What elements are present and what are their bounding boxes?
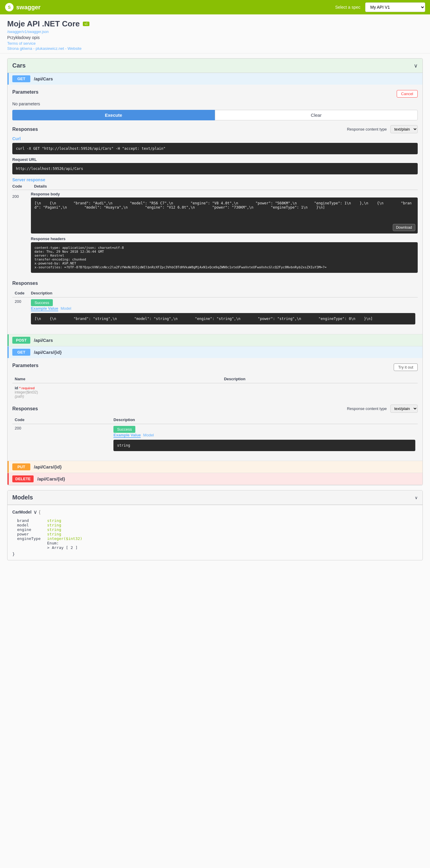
method-badge-get-id: GET — [12, 349, 30, 356]
param-desc-cell — [221, 383, 418, 401]
response-code-cell-id: 200 — [12, 424, 111, 456]
clear-button[interactable]: Clear — [215, 110, 418, 120]
method-badge-get: GET — [12, 75, 30, 82]
endpoint-path-get-cars: /api/Cars — [34, 76, 419, 81]
response-content-type-label: Response content type — [347, 127, 387, 131]
models-section: Models ∨ CarModel ∨ { brand string model… — [7, 490, 423, 560]
topbar: S swagger Select a spec My API V1 — [0, 0, 430, 14]
name-col: Name — [12, 375, 221, 383]
execute-button[interactable]: Execute — [12, 110, 215, 120]
model-closing-brace: } — [12, 552, 418, 556]
example-value-tab[interactable]: Example Value — [31, 306, 58, 311]
version-badge: v1 — [83, 22, 90, 26]
table-row: 200 Success Example Value Model [\n {\n … — [12, 298, 418, 330]
download-button[interactable]: Download — [393, 224, 415, 231]
success-badge-id: Success — [114, 426, 135, 433]
code-col: Code — [12, 289, 29, 298]
endpoint-get-cars-header[interactable]: GET /api/Cars — [7, 73, 423, 85]
response-headers-label: Response headers — [31, 237, 418, 241]
api-title: Moje API .NET Core v1 — [7, 19, 423, 29]
response-body-box: [\n {\n "brand": "Audi",\n "model": "RS6… — [31, 197, 418, 234]
params-header-id: Parameters Try it out — [12, 363, 418, 371]
parameters-title-id: Parameters — [12, 363, 38, 368]
response-content-type-select[interactable]: text/plain — [390, 125, 418, 133]
contact-info: Strona główna - plukasiewicz.net - Websi… — [7, 46, 423, 51]
endpoint-get-cars-id-content: Parameters Try it out Name Description — [7, 358, 423, 461]
table-row-id: 200 Success Example Value Model string — [12, 424, 418, 456]
method-badge-post: POST — [12, 337, 30, 344]
api-description: Przykładowy opis — [7, 35, 423, 40]
cars-section-header[interactable]: Cars ∨ — [7, 59, 423, 73]
model-field-power: power string — [17, 532, 418, 536]
example-json-box: [\n {\n "brand": "string",\n "model": "s… — [31, 313, 415, 324]
param-required: * required — [19, 386, 34, 390]
response-content-type-select-id[interactable]: text/plain — [390, 405, 418, 413]
cars-section-title: Cars — [12, 62, 26, 69]
example-value-tab-id[interactable]: Example Value — [114, 433, 141, 438]
request-url-box: http://localhost:59526/api/Cars — [12, 163, 418, 175]
desc-col: Description — [221, 375, 418, 383]
endpoint-delete-cars-id-header[interactable]: DELETE /api/Cars/{id} — [7, 473, 423, 485]
curl-label: Curl — [12, 136, 418, 141]
contact-link[interactable]: Strona główna - plukasiewicz.net - Websi… — [7, 46, 82, 51]
spec-select[interactable]: My API V1 — [365, 2, 425, 12]
curl-command-box: curl -X GET "http://localhost:59526/api/… — [12, 143, 418, 154]
main-content: Cars ∨ GET /api/Cars Parameters Cancel N… — [0, 54, 430, 570]
response-desc-cell: Success Example Value Model [\n {\n "bra… — [29, 298, 418, 330]
details-col-header: Details — [34, 184, 47, 188]
terms-of-service-link[interactable]: Terms of service — [7, 41, 423, 45]
code-col-header: Code — [12, 184, 22, 188]
example-json-box-id: string — [114, 440, 415, 451]
cars-section: Cars ∨ GET /api/Cars Parameters Cancel N… — [7, 58, 423, 485]
endpoint-path-put-cars-id: /api/Cars/{id} — [34, 464, 419, 469]
code-details-header: Code Details — [12, 184, 418, 190]
params-header: Parameters Cancel — [12, 89, 418, 98]
execute-row: Execute Clear — [12, 110, 418, 120]
brand-name: swagger — [16, 4, 40, 11]
endpoint-put-cars-id: PUT /api/Cars/{id} — [7, 461, 423, 473]
responses-header: Responses Response content type text/pla… — [12, 125, 418, 133]
model-item-carmodel: CarModel ∨ { brand string model string e… — [7, 505, 423, 560]
response-content-type-label-id: Response content type — [347, 406, 387, 411]
description-col-id: Description — [111, 416, 418, 424]
endpoint-put-cars-id-header[interactable]: PUT /api/Cars/{id} — [7, 461, 423, 473]
responses-title-id: Responses — [12, 406, 38, 411]
endpoint-delete-cars-id: DELETE /api/Cars/{id} — [7, 473, 423, 485]
responses-table: Code Description 200 Success Example Val… — [12, 289, 418, 329]
svg-text:S: S — [8, 5, 10, 10]
request-url-label: Request URL — [12, 157, 418, 162]
response-headers-box: content-type: application/json; charset=… — [31, 242, 418, 273]
endpoint-post-cars-header[interactable]: POST /api/Cars — [7, 334, 423, 346]
responses-title: Responses — [12, 127, 38, 132]
code-col-id: Code — [12, 416, 111, 424]
response-code-cell: 200 — [12, 298, 29, 330]
model-name-carmodel: CarModel ∨ { — [12, 509, 418, 515]
params-table: Name Description id * required integer($… — [12, 375, 418, 401]
response-body-label: Response body — [31, 192, 418, 196]
cancel-button[interactable]: Cancel — [397, 90, 418, 97]
endpoint-get-cars-id-header[interactable]: GET /api/Cars/{id} — [7, 346, 423, 358]
models-header[interactable]: Models ∨ — [7, 490, 423, 505]
endpoint-get-cars-content: Parameters Cancel No parameters Execute … — [7, 85, 423, 334]
model-tab[interactable]: Model — [61, 306, 71, 311]
response-content-type-wrap: Response content type text/plain — [347, 125, 418, 133]
param-location: (path) — [15, 394, 219, 399]
description-col: Description — [29, 289, 418, 298]
endpoint-path-post-cars: /api/Cars — [34, 338, 419, 343]
responses-header-id: Responses Response content type text/pla… — [12, 405, 418, 413]
model-tab-id[interactable]: Model — [143, 433, 154, 438]
server-response-row: 200 Response body [\n {\n "brand": "Audi… — [12, 192, 418, 276]
try-it-out-button[interactable]: Try it out — [394, 364, 418, 371]
success-badge: Success — [31, 299, 53, 306]
responses-table-title: Responses — [12, 281, 418, 286]
endpoint-path-get-cars-id: /api/Cars/{id} — [34, 350, 419, 355]
models-chevron-icon: ∨ — [415, 495, 418, 500]
example-value-model-id: Example Value Model — [114, 433, 415, 438]
cars-chevron-icon: ∨ — [414, 62, 418, 69]
endpoint-get-cars: GET /api/Cars Parameters Cancel No param… — [7, 73, 423, 334]
response-content-type-wrap-id: Response content type text/plain — [347, 405, 418, 413]
response-desc-cell-id: Success Example Value Model string — [111, 424, 418, 456]
model-field-engine: engine string — [17, 527, 418, 532]
model-fields: brand string model string engine string … — [12, 518, 418, 550]
endpoint-post-cars: POST /api/Cars — [7, 334, 423, 346]
